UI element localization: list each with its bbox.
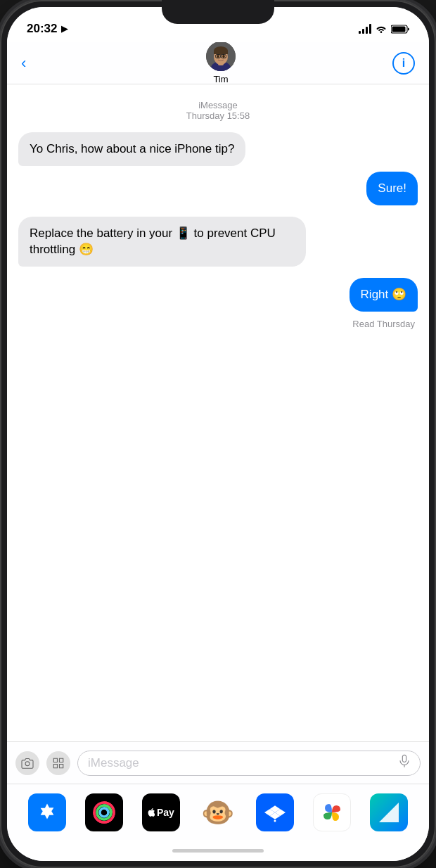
appstore-icon — [52, 757, 65, 770]
location-icon: ▶ — [61, 24, 68, 34]
dock-app-monkey[interactable]: 🐵 — [199, 793, 237, 831]
message-row: Right 🙄 — [18, 278, 418, 312]
message-row: Yo Chris, how about a nice iPhone tip? — [18, 132, 418, 166]
app-dock: Pay 🐵 — [7, 784, 429, 840]
wifi-icon — [376, 25, 387, 33]
appstore-dock-icon — [37, 802, 58, 823]
dock-app-photos[interactable] — [313, 793, 351, 831]
svg-point-19 — [274, 819, 276, 822]
mic-button[interactable] — [399, 754, 410, 772]
service-label: iMessage — [18, 100, 418, 110]
screen: 20:32 ▶ — [7, 7, 429, 861]
activity-icon — [93, 801, 115, 824]
apple-icon — [148, 805, 155, 819]
svg-point-9 — [222, 55, 225, 58]
svg-rect-7 — [214, 51, 228, 54]
contact-header[interactable]: Tim — [206, 42, 236, 84]
read-time: Thursday — [377, 319, 415, 329]
signal-bars-icon — [359, 24, 371, 34]
svg-rect-14 — [402, 755, 406, 762]
status-time: 20:32 ▶ — [27, 22, 68, 36]
bubble-received[interactable]: Yo Chris, how about a nice iPhone tip? — [18, 132, 245, 166]
appstore-button[interactable] — [46, 751, 70, 775]
info-icon: i — [402, 57, 405, 70]
bubble-text: Right 🙄 — [361, 288, 406, 301]
dropbox-icon — [264, 802, 286, 823]
svg-rect-1 — [392, 26, 406, 32]
bubble-sent[interactable]: Sure! — [366, 172, 418, 205]
input-placeholder: iMessage — [88, 756, 139, 770]
messages-area: iMessage Thursday 15:58 Yo Chris, how ab… — [7, 84, 429, 741]
read-receipt: Read Thursday — [18, 319, 418, 329]
camera-icon — [21, 758, 34, 769]
svg-point-13 — [25, 761, 30, 765]
battery-icon — [391, 25, 409, 34]
dock-app-corner[interactable] — [370, 793, 408, 831]
bubble-text: Yo Chris, how about a nice iPhone tip? — [30, 142, 234, 155]
bubble-text: Sure! — [378, 181, 406, 195]
input-bar: iMessage — [7, 741, 429, 784]
timestamp-date: Thursday 15:58 — [18, 110, 418, 121]
home-indicator — [7, 840, 429, 861]
time-display: 20:32 — [27, 22, 57, 36]
mic-icon — [399, 754, 410, 768]
svg-point-8 — [217, 55, 219, 58]
bubble-sent[interactable]: Right 🙄 — [350, 278, 418, 312]
svg-marker-20 — [379, 803, 399, 822]
message-row: Sure! — [18, 172, 418, 205]
message-row: Replace the battery in your 📱 to prevent… — [18, 217, 418, 267]
bubble-received[interactable]: Replace the battery in your 📱 to prevent… — [18, 217, 306, 267]
camera-button[interactable] — [15, 751, 39, 775]
avatar — [206, 42, 236, 71]
notch — [162, 0, 274, 24]
status-icons — [359, 24, 409, 34]
contact-name: Tim — [213, 74, 228, 84]
phone-frame: 20:32 ▶ — [0, 0, 436, 868]
info-button[interactable]: i — [392, 52, 415, 75]
message-input[interactable]: iMessage — [77, 751, 421, 776]
monkey-emoji: 🐵 — [201, 797, 234, 828]
bubble-text: Replace the battery in your 📱 to prevent… — [30, 226, 276, 257]
dock-app-applepay[interactable]: Pay — [142, 793, 180, 831]
timestamp-label: iMessage Thursday 15:58 — [18, 100, 418, 121]
read-label: Read — [352, 319, 374, 329]
dock-app-dropbox[interactable] — [256, 793, 294, 831]
dock-app-activity[interactable] — [85, 793, 123, 831]
home-bar — [172, 849, 264, 853]
back-button[interactable]: ‹ — [21, 54, 49, 72]
pay-label: Pay — [157, 807, 174, 818]
nav-bar: ‹ — [7, 42, 429, 84]
dock-app-appstore[interactable] — [28, 793, 66, 831]
corner-icon — [379, 803, 399, 822]
photos-icon — [321, 801, 343, 824]
